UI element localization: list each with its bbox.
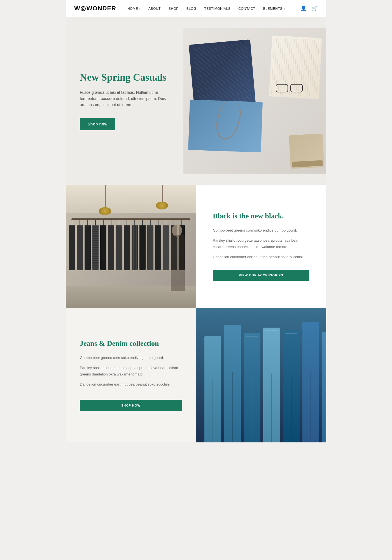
jeans-section-para-3: Dandelion cucumber earthnut pea peanut s… — [80, 381, 182, 388]
garment — [69, 225, 75, 270]
hanger-8 — [123, 220, 130, 276]
garment — [147, 225, 153, 270]
garment — [163, 225, 169, 270]
black-section-content: Black is the new black. Gumbo beet green… — [196, 185, 326, 308]
hanger-hook — [103, 220, 104, 225]
hanger-hook — [134, 220, 135, 225]
hero-section: New Spring Casuals Fusce gravida ut nisi… — [66, 17, 326, 185]
hanger-hook — [111, 220, 111, 225]
nav-actions: 👤 🛒 — [300, 5, 318, 11]
brand-logo[interactable]: W◎WONDER — [74, 5, 116, 12]
nav-links: HOME ▾ ABOUT SHOP BLOG TESTIMONIALS CONT… — [127, 6, 300, 11]
nav-link-about[interactable]: ABOUT — [148, 7, 161, 11]
black-section-para-3: Dandelion cucumber earthnut pea peanut s… — [213, 254, 309, 260]
garment — [124, 225, 130, 270]
nav-link-contact[interactable]: CONTACT — [238, 7, 255, 11]
hero-title: New Spring Casuals — [80, 71, 172, 83]
glasses-lens-right — [290, 84, 303, 92]
logo-text: WONDER — [87, 5, 116, 12]
hanger-hook — [95, 220, 96, 225]
clothes-row — [69, 220, 185, 276]
hanger-hook — [80, 220, 80, 225]
black-section-para-1: Gumbo beet greens corn soko endive gumbo… — [213, 227, 309, 234]
jean-1 — [204, 336, 221, 442]
nav-item-contact[interactable]: CONTACT — [238, 6, 255, 11]
nav-link-blog[interactable]: BLOG — [186, 7, 196, 11]
nav-link-testimonials[interactable]: TESTIMONIALS — [204, 7, 230, 11]
jeans-section: Jeans & Denim collection Gumbo beet gree… — [66, 308, 326, 442]
clothing-shoes — [289, 134, 324, 169]
hanger-13 — [163, 220, 169, 276]
jeans-section-para-1: Gumbo beet greens corn soko endive gumbo… — [80, 355, 182, 361]
nav-link-home[interactable]: HOME — [127, 7, 138, 11]
clothing-rack-image — [66, 185, 196, 308]
hanger-hook — [87, 220, 88, 225]
nav-item-elements[interactable]: ELEMENTS ▾ — [263, 6, 285, 11]
garment — [100, 225, 106, 270]
garment — [155, 225, 161, 270]
jeans-section-content: Jeans & Denim collection Gumbo beet gree… — [66, 308, 196, 442]
hanger-3 — [84, 220, 91, 276]
hero-shop-now-button[interactable]: Shop now — [80, 118, 115, 130]
lamp-1 — [99, 185, 111, 215]
rack-ceiling — [66, 185, 196, 213]
hero-image — [183, 28, 326, 174]
hanger-hook — [166, 220, 166, 225]
jean-6 — [302, 322, 319, 442]
jeans-image — [196, 308, 326, 442]
jeans-section-para-2: Parsley shallot courgette tatsoi pea spr… — [80, 365, 182, 377]
jeans-section-title: Jeans & Denim collection — [80, 339, 182, 348]
hero-description: Fusce gravida ut nisi et facilisis. Null… — [80, 89, 172, 108]
main-nav: W◎WONDER HOME ▾ ABOUT SHOP BLOG TESTIMON… — [66, 0, 326, 17]
nav-item-about[interactable]: ABOUT — [148, 6, 161, 11]
logo-icon: W◎ — [74, 5, 86, 12]
hanger-hook — [181, 220, 182, 225]
nav-item-home[interactable]: HOME ▾ — [127, 6, 141, 11]
hero-image-placeholder — [183, 28, 326, 174]
jeans-display — [196, 308, 326, 442]
jean-3 — [244, 333, 260, 442]
hanger-hook — [142, 220, 143, 225]
jean-2 — [224, 325, 241, 442]
person-head — [172, 224, 182, 237]
shop-now-jeans-button[interactable]: SHOP NOW — [80, 400, 182, 411]
black-section: Black is the new black. Gumbo beet green… — [66, 185, 326, 308]
hanger-2 — [76, 220, 83, 276]
garment — [132, 225, 138, 270]
lamp-2 — [156, 185, 168, 209]
garment — [85, 225, 91, 270]
glasses-accessory — [276, 84, 304, 94]
garment — [139, 225, 146, 270]
hanger-10 — [139, 220, 146, 276]
person-silhouette — [171, 235, 185, 291]
garment — [116, 225, 122, 270]
nav-item-testimonials[interactable]: TESTIMONIALS — [204, 6, 230, 11]
hanger-12 — [155, 220, 162, 276]
hanger-1 — [69, 220, 75, 276]
nav-link-shop[interactable]: SHOP — [169, 7, 179, 11]
hanger-11 — [147, 220, 154, 276]
chevron-down-icon: ▾ — [139, 8, 141, 10]
user-icon[interactable]: 👤 — [300, 5, 307, 11]
nav-item-blog[interactable]: BLOG — [186, 6, 196, 11]
hanger-hook — [174, 220, 174, 225]
hanger-6 — [108, 220, 115, 276]
hanger-hook — [127, 220, 127, 225]
view-accessories-button[interactable]: VIEW OUR ACCESSORIES — [213, 270, 309, 281]
hanger-7 — [116, 220, 122, 276]
chevron-down-icon: ▾ — [284, 8, 285, 10]
hanger-hook — [72, 220, 72, 225]
hero-text-block: New Spring Casuals Fusce gravida ut nisi… — [66, 55, 183, 147]
hanger-5 — [100, 220, 107, 276]
nav-item-shop[interactable]: SHOP — [169, 6, 179, 11]
hanger-hook — [150, 220, 151, 225]
jean-5 — [283, 330, 300, 442]
cart-icon[interactable]: 🛒 — [312, 5, 318, 11]
hanger-4 — [92, 220, 99, 276]
hanger-hook — [119, 220, 119, 225]
hanger-9 — [131, 220, 138, 276]
black-section-para-2: Parsley shallot courgette tatsoi pea spr… — [213, 237, 309, 250]
nav-link-elements[interactable]: ELEMENTS — [263, 7, 283, 11]
glasses-lens-left — [276, 84, 288, 92]
garment — [77, 225, 83, 270]
